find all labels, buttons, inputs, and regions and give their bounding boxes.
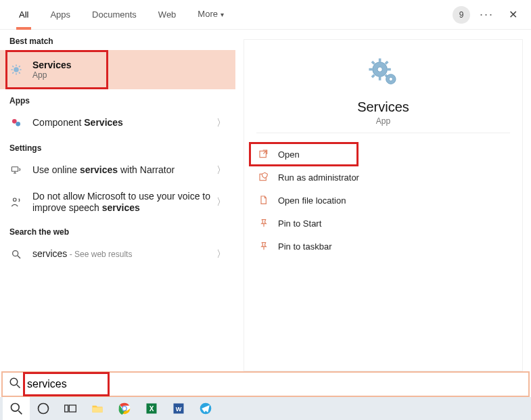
- services-hero-icon: [365, 55, 402, 91]
- svg-point-44: [122, 406, 126, 410]
- tab-apps[interactable]: Apps: [39, 0, 81, 30]
- svg-rect-40: [69, 405, 76, 412]
- folder-icon: [256, 195, 271, 206]
- search-results-body: Best match Services App Apps Component S…: [0, 30, 531, 371]
- taskbar: X W: [0, 397, 531, 420]
- action-label: Run as administrator: [278, 172, 359, 183]
- tab-all[interactable]: All: [8, 0, 39, 30]
- svg-line-8: [19, 66, 20, 67]
- action-label: Open: [278, 149, 300, 160]
- svg-line-7: [12, 72, 14, 74]
- svg-line-35: [17, 385, 20, 388]
- best-match-result[interactable]: Services App: [0, 50, 235, 89]
- taskbar-search[interactable]: [3, 397, 30, 420]
- svg-point-9: [12, 119, 17, 124]
- svg-point-38: [39, 404, 49, 414]
- section-best-match: Best match: [0, 30, 235, 50]
- svg-point-15: [13, 251, 18, 256]
- svg-line-26: [385, 62, 388, 64]
- taskbar-cortana[interactable]: [30, 397, 57, 420]
- chevron-right-icon: 〉: [216, 164, 226, 177]
- action-label: Pin to taskbar: [278, 241, 332, 252]
- preview-title: Services: [256, 99, 510, 115]
- taskbar-explorer[interactable]: [84, 397, 111, 420]
- person-voice-icon: [9, 196, 23, 208]
- action-open[interactable]: Open: [250, 143, 358, 166]
- action-label: Pin to Start: [278, 218, 321, 229]
- chevron-right-icon: 〉: [216, 248, 226, 260]
- preview-subtitle: App: [256, 116, 510, 126]
- result-label: Do not allow Microsoft to use your voice…: [32, 191, 216, 214]
- search-input[interactable]: [26, 375, 107, 394]
- taskbar-telegram[interactable]: [192, 397, 219, 420]
- svg-line-37: [18, 411, 22, 414]
- services-icon: [9, 64, 23, 76]
- result-web-search[interactable]: services - See web results 〉: [0, 241, 235, 268]
- chevron-right-icon: 〉: [216, 117, 226, 129]
- section-search-web: Search the web: [0, 220, 235, 241]
- result-component-services[interactable]: Component Services 〉: [0, 110, 235, 137]
- tab-web[interactable]: Web: [147, 0, 187, 30]
- pin-icon: [256, 241, 271, 252]
- svg-line-16: [18, 256, 20, 258]
- search-bar[interactable]: [1, 371, 530, 397]
- monitor-icon: [9, 165, 23, 176]
- search-filter-tabs: All Apps Documents Web More▾ 9 ··· ✕: [0, 0, 531, 30]
- action-pin-taskbar[interactable]: Pin to taskbar: [250, 235, 517, 258]
- open-icon: [256, 149, 271, 160]
- search-input-wrap: [26, 375, 107, 394]
- svg-line-5: [12, 66, 14, 67]
- svg-rect-41: [93, 407, 103, 413]
- action-label: Open file location: [278, 195, 346, 206]
- svg-point-18: [377, 67, 382, 72]
- section-settings: Settings: [0, 137, 235, 157]
- taskbar-excel[interactable]: X: [138, 397, 165, 420]
- taskbar-taskview[interactable]: [57, 397, 84, 420]
- close-button[interactable]: ✕: [503, 5, 523, 24]
- result-narrator-services[interactable]: Use online services with Narrator 〉: [0, 157, 235, 184]
- tab-documents[interactable]: Documents: [81, 0, 147, 30]
- search-icon: [8, 377, 22, 392]
- svg-text:X: X: [149, 405, 154, 413]
- svg-point-0: [14, 67, 19, 72]
- svg-line-23: [371, 62, 374, 64]
- pin-icon: [256, 218, 271, 229]
- tab-more[interactable]: More▾: [187, 0, 235, 30]
- svg-text:W: W: [176, 406, 182, 413]
- svg-point-14: [14, 198, 17, 202]
- result-label: services - See web results: [32, 248, 216, 260]
- taskbar-chrome[interactable]: [111, 397, 138, 420]
- svg-rect-39: [65, 405, 68, 412]
- svg-point-10: [16, 122, 20, 126]
- component-services-icon: [9, 118, 23, 129]
- action-pin-start[interactable]: Pin to Start: [250, 212, 517, 235]
- chevron-down-icon: ▾: [221, 11, 224, 18]
- best-match-subtitle: App: [32, 70, 72, 80]
- result-label: Component Services: [32, 117, 216, 129]
- preview-actions: Open Run as administrator Open file loca…: [244, 143, 522, 258]
- app-hero: Services App: [256, 55, 510, 133]
- rewards-badge[interactable]: 9: [453, 6, 470, 24]
- svg-line-25: [371, 75, 374, 78]
- svg-rect-11: [11, 167, 18, 172]
- section-apps: Apps: [0, 89, 235, 110]
- svg-point-28: [389, 77, 392, 80]
- chevron-right-icon: 〉: [216, 196, 226, 208]
- svg-point-36: [11, 404, 20, 412]
- best-match-title: Services: [32, 60, 72, 70]
- result-speech-services[interactable]: Do not allow Microsoft to use your voice…: [0, 184, 235, 220]
- preview-panel: Services App Open Run as administrator O…: [235, 30, 531, 371]
- admin-icon: [256, 172, 271, 183]
- svg-line-6: [19, 72, 20, 74]
- more-options-button[interactable]: ···: [480, 7, 494, 22]
- svg-point-34: [10, 378, 18, 386]
- results-left-column: Best match Services App Apps Component S…: [0, 30, 235, 371]
- search-icon: [9, 249, 23, 260]
- action-run-admin[interactable]: Run as administrator: [250, 166, 517, 189]
- result-label: Use online services with Narrator: [32, 164, 216, 177]
- action-open-location[interactable]: Open file location: [250, 189, 517, 212]
- taskbar-word[interactable]: W: [165, 397, 192, 420]
